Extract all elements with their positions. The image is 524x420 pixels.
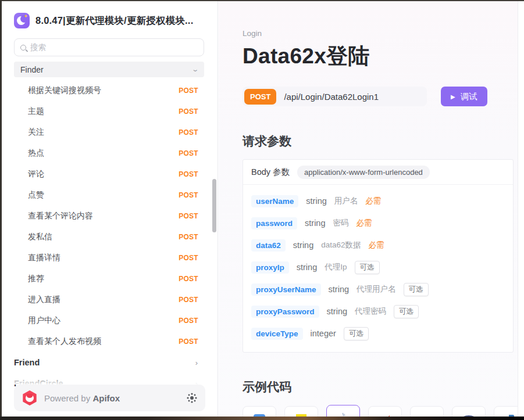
param-type: string (293, 240, 313, 250)
required-badge: 必需 (365, 196, 381, 206)
param-type: string (327, 307, 347, 316)
param-type: integer (311, 329, 336, 338)
param-desc: 代理密码 (355, 306, 386, 317)
sidebar-item[interactable]: 发私信POST (2, 227, 218, 247)
method-post-badge: POST (179, 170, 198, 178)
sidebar-item[interactable]: 关注POST (2, 122, 218, 143)
lang-card-swift[interactable] (368, 406, 402, 417)
method-post-badge: POST (179, 254, 198, 262)
powered-by-text: Powered by Apifox (44, 393, 180, 403)
group-label: Friend (14, 358, 40, 367)
lang-card-java[interactable] (326, 405, 360, 417)
theme-toggle-sun-icon[interactable] (187, 393, 197, 403)
method-post-badge: POST (179, 87, 198, 95)
search-input[interactable] (30, 43, 198, 52)
method-post-badge: POST (179, 107, 198, 116)
lang-card-go[interactable]: GO (410, 406, 444, 417)
body-label: Body 参数 (251, 167, 290, 178)
sidebar-item-label: 热点 (28, 148, 44, 159)
request-params-heading: 请求参数 (243, 133, 518, 149)
desktop-background-strip (0, 417, 524, 420)
optional-badge: 可选 (404, 283, 429, 296)
window-top-edge (0, 0, 524, 1)
api-list: 根据关键词搜视频号POST主题POST关注POST热点POST评论POST点赞P… (2, 80, 218, 352)
param-name: password (251, 217, 297, 229)
param-name: proxyPassword (251, 306, 319, 318)
sidebar-item[interactable]: 直播详情POST (2, 247, 218, 268)
param-row: proxyPasswordstring代理密码可选 (251, 300, 505, 322)
optional-badge: 可选 (344, 327, 369, 340)
method-badge: POST (244, 89, 276, 105)
param-row: userNamestring用户名必需 (251, 190, 505, 212)
method-post-badge: POST (179, 149, 198, 157)
required-badge: 必需 (357, 218, 372, 228)
sidebar-item[interactable]: 主题POST (2, 101, 218, 122)
param-type: string (297, 263, 317, 272)
method-post-badge: POST (179, 212, 198, 220)
optional-badge: 可选 (355, 261, 380, 274)
sidebar-item[interactable]: 查看某个人发布视频POST (2, 331, 218, 352)
sidebar-scrollbar-thumb[interactable] (212, 179, 216, 232)
sidebar-item-label: 直播详情 (28, 253, 60, 263)
section-label: Finder (20, 65, 44, 74)
sidebar-item-label: 根据关键词搜视频号 (28, 85, 101, 96)
optional-badge: 可选 (394, 305, 419, 318)
param-desc: data62数据 (321, 240, 361, 250)
sidebar-item[interactable]: 热点POST (2, 143, 218, 164)
param-desc: 代理用户名 (357, 284, 396, 295)
lang-card-javascript[interactable]: JS (284, 406, 318, 417)
sidebar-item-label: 点赞 (28, 190, 44, 200)
sidebar-section-finder[interactable]: Finder ⌄ (14, 62, 204, 77)
debug-button[interactable]: ▶ 调试 (441, 87, 487, 106)
search-box[interactable] (14, 38, 204, 56)
sidebar-item[interactable]: 评论POST (2, 164, 218, 185)
sidebar-item-label: 进入直播 (28, 295, 60, 305)
param-name: data62 (251, 239, 286, 252)
lang-card-shell[interactable]: >_ (243, 406, 276, 417)
sidebar-item-label: 推荐 (28, 274, 44, 284)
param-row: passwordstring密码必需 (251, 212, 505, 234)
sidebar-item-label: 主题 (28, 106, 44, 117)
param-name: proxyIp (251, 261, 289, 274)
method-post-badge: POST (179, 296, 198, 304)
sidebar-item[interactable]: 点赞POST (2, 185, 218, 206)
endpoint-path: /api/Login/Data62Login1 (284, 92, 379, 102)
param-row: deviceTypeinteger可选 (251, 322, 505, 344)
search-icon (20, 45, 26, 51)
java-icon (337, 412, 349, 417)
param-list: userNamestring用户名必需passwordstring密码必需dat… (243, 185, 513, 352)
sidebar-item[interactable]: 进入直播POST (2, 289, 218, 310)
sidebar-item-label: 评论 (28, 169, 44, 180)
method-post-badge: POST (179, 338, 198, 346)
powered-by-footer[interactable]: Powered by Apifox (14, 385, 205, 411)
param-name: deviceType (251, 328, 303, 340)
param-type: string (305, 218, 325, 228)
content-type-badge: application/x-www-form-urlencoded (297, 166, 430, 179)
method-post-badge: POST (179, 128, 198, 137)
sidebar-item-label: 发私信 (28, 232, 52, 242)
language-tabs: >_JSGOphp (243, 406, 518, 417)
chevron-down-icon: ⌄ (191, 66, 199, 73)
sidebar-item[interactable]: 推荐POST (2, 268, 218, 289)
method-post-badge: POST (179, 191, 198, 199)
project-header: ✦ 8.0.47|更新代理模块/更新授权模块... (14, 13, 218, 28)
body-card-header: Body 参数 application/x-www-form-urlencode… (243, 160, 513, 185)
sample-code-heading: 示例代码 (243, 379, 518, 395)
lang-card-python[interactable] (494, 406, 518, 417)
project-title: 8.0.47|更新代理模块/更新授权模块... (35, 15, 193, 27)
page-scrollbar-track[interactable] (518, 1, 524, 417)
param-row: proxyUserNamestring代理用户名可选 (251, 278, 505, 300)
param-row: data62stringdata62数据必需 (251, 234, 505, 256)
sidebar-item[interactable]: 根据关键词搜视频号POST (2, 80, 218, 101)
endpoint-bar: POST /api/Login/Data62Login1 (243, 87, 427, 106)
method-post-badge: POST (179, 275, 198, 283)
endpoint-row: POST /api/Login/Data62Login1 ▶ 调试 (243, 87, 518, 106)
sidebar-item[interactable]: 查看某个评论内容POST (2, 206, 218, 227)
sidebar-group-friend[interactable]: Friend› (2, 352, 218, 373)
window-left-edge (0, 0, 2, 420)
sidebar-item-label: 关注 (28, 127, 44, 138)
lang-card-php[interactable]: php (452, 406, 486, 417)
param-desc: 用户名 (334, 196, 358, 206)
body-params-card: Body 参数 application/x-www-form-urlencode… (243, 159, 514, 353)
sidebar-item[interactable]: 用户中心POST (2, 310, 218, 331)
